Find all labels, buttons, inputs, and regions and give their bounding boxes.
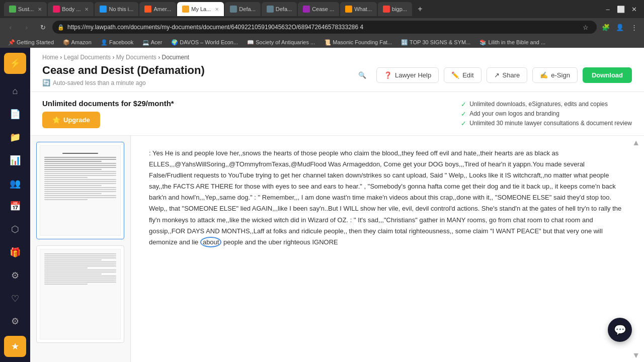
sidebar-icon-heart[interactable]: ♡ [4, 288, 26, 309]
bookmarks-bar: 📌 Getting Started 📦 Amazon 👤 Facebook 💻 … [0, 36, 644, 48]
browser-maximize[interactable]: ⬜ [615, 3, 627, 15]
thumbnail-page-1[interactable] [36, 142, 124, 239]
upgrade-feature-1: ✓ Unlimited downloads, eSignatures, edit… [461, 101, 632, 108]
tab-body[interactable]: Body ... ✕ [48, 2, 94, 16]
download-button[interactable]: Download [583, 67, 632, 83]
breadcrumb-current: Document [162, 54, 190, 61]
esign-icon: ✍ [540, 71, 548, 79]
upgrade-feature-2: ✓ Add your own logos and branding [461, 110, 632, 118]
document-actions: 🔍 ❓ Lawyer Help ✏️ Edit ↗ Share ✍ [353, 66, 632, 84]
upgrade-button[interactable]: ⭐ Upgrade [42, 112, 100, 128]
autosave-status: 🔄 Auto-saved less than a minute ago [42, 79, 205, 86]
new-tab-button[interactable]: + [413, 2, 427, 16]
tab-what[interactable]: What... [340, 2, 377, 16]
document-text-area[interactable]: : Yes He is and people love her,,snows t… [131, 136, 644, 362]
security-lock-icon: 🔒 [57, 24, 64, 31]
extensions-icon[interactable]: 🧩 [600, 21, 612, 33]
tab-close-active[interactable]: ✕ [215, 7, 219, 12]
tab-close-2[interactable]: ✕ [85, 7, 89, 12]
sidebar-icon-gift[interactable]: 🎁 [4, 242, 26, 263]
bookmark-getting-started[interactable]: 📌 Getting Started [4, 38, 58, 47]
bookmark-star-icon[interactable]: ☆ [580, 21, 592, 33]
profile-icon[interactable]: 👤 [614, 21, 626, 33]
sidebar-icon-chart[interactable]: 📊 [4, 150, 26, 171]
sidebar-icon-map[interactable]: ⬡ [4, 219, 26, 240]
brand-logo[interactable]: ⚡ [4, 53, 26, 74]
tab-cease[interactable]: Cease ... [298, 2, 339, 16]
bookmark-facebook[interactable]: 👤 Facebook [97, 38, 137, 47]
tab-bar: Sust... ✕ Body ... ✕ No this i... Amer..… [0, 0, 644, 18]
tab-defa2[interactable]: Defa... [262, 2, 297, 16]
bookmark-masonic[interactable]: 📜 Masonic Founding Fat... [320, 38, 396, 47]
bookmark-amazon[interactable]: 📦 Amazon [59, 38, 96, 47]
back-button[interactable]: ‹ [4, 21, 17, 34]
breadcrumb-my-docs[interactable]: My Documents [116, 54, 156, 61]
share-button[interactable]: ↗ Share [487, 67, 528, 83]
edit-icon: ✏️ [451, 71, 459, 79]
document-title: Cease and Desist (Defamation) [42, 64, 205, 77]
chat-support-button[interactable]: 💬 [608, 318, 632, 342]
tab-close-1[interactable]: ✕ [38, 7, 42, 12]
bookmark-antiquaries[interactable]: 📖 Society of Antiquaries ... [243, 38, 319, 47]
lawyer-help-icon: ❓ [384, 71, 392, 79]
tab-defa1[interactable]: Defa... [225, 2, 260, 16]
bookmark-acer[interactable]: 💻 Acer [138, 38, 166, 47]
browser-minimize[interactable]: – [602, 3, 614, 15]
highlighted-word: about [200, 237, 222, 247]
check-icon-3: ✓ [461, 120, 466, 127]
lawyer-help-button[interactable]: ❓ Lawyer Help [376, 67, 439, 83]
tab-bigp[interactable]: bigp... [378, 2, 412, 16]
document-area: : Yes He is and people love her,,snows t… [30, 136, 644, 362]
tab-amer[interactable]: Amer... [139, 2, 176, 16]
thumbnail-page-2[interactable] [36, 245, 124, 343]
bookmark-davos[interactable]: 🌍 DAVOS – World Econ... [167, 38, 242, 47]
upgrade-feature-3: ✓ Unlimited 30 minute lawyer consultatio… [461, 120, 632, 127]
check-icon-1: ✓ [461, 101, 466, 108]
navigation-bar: ‹ › ↻ 🔒 https://my.lawpath.com/documents… [0, 18, 644, 36]
browser-close[interactable]: ✕ [628, 3, 640, 15]
tab-sust[interactable]: Sust... ✕ [4, 2, 47, 16]
upgrade-features-list: ✓ Unlimited downloads, eSignatures, edit… [461, 101, 632, 127]
sidebar-icon-settings-bottom[interactable]: ⚙ [4, 311, 26, 332]
upgrade-star-icon: ⭐ [52, 116, 60, 124]
search-button[interactable]: 🔍 [353, 66, 371, 84]
url-bar[interactable]: 🔒 https://my.lawpath.com/documents/my-do… [52, 21, 597, 34]
sidebar-icon-home[interactable]: ⌂ [4, 81, 26, 102]
upgrade-title: Unlimited documents for $29/month* [42, 99, 174, 108]
bookmark-signs[interactable]: 🔣 TOP 30 SIGNS & SYM... [397, 38, 474, 47]
sidebar-icon-folder[interactable]: 📁 [4, 127, 26, 148]
tab-nothis[interactable]: No this i... [95, 2, 138, 16]
settings-icon[interactable]: ⋮ [628, 21, 640, 33]
scroll-down-indicator[interactable]: ▼ [632, 348, 640, 362]
sidebar-icon-settings-top[interactable]: ⚙ [4, 265, 26, 286]
bookmark-lilith[interactable]: 📚 Lilith in the Bible and ... [475, 38, 549, 47]
breadcrumb-home[interactable]: Home [42, 54, 58, 61]
url-text: https://my.lawpath.com/documents/my-docu… [67, 24, 577, 31]
browser-nav-icons: 🧩 👤 ⋮ [600, 21, 640, 33]
upgrade-banner: Unlimited documents for $29/month* ⭐ Upg… [30, 92, 644, 136]
breadcrumb-legal[interactable]: Legal Documents [64, 54, 111, 61]
sidebar-icon-star[interactable]: ★ [4, 336, 26, 357]
forward-button[interactable]: › [20, 21, 33, 34]
check-icon-2: ✓ [461, 110, 466, 118]
scroll-up-indicator[interactable]: ▲ [632, 136, 640, 149]
tab-mylaw[interactable]: My La... ✕ [177, 2, 224, 16]
breadcrumb: Home › Legal Documents › My Documents › … [42, 54, 632, 61]
document-content: : Yes He is and people love her,,snows t… [149, 148, 626, 248]
reload-button[interactable]: ↻ [36, 21, 49, 34]
edit-button[interactable]: ✏️ Edit [444, 67, 481, 83]
sidebar-navigation: ⚡ ⌂ 📄 📁 📊 👥 📅 ⬡ 🎁 ⚙ ♡ ⚙ ★ [0, 48, 30, 362]
esign-button[interactable]: ✍ e-Sign [532, 67, 578, 83]
sidebar-icon-calendar[interactable]: 📅 [4, 196, 26, 217]
chat-icon: 💬 [614, 324, 626, 336]
share-icon: ↗ [494, 71, 500, 79]
document-header: Home › Legal Documents › My Documents › … [30, 48, 644, 92]
thumbnail-panel [30, 136, 131, 362]
sidebar-icon-docs[interactable]: 📄 [4, 104, 26, 125]
sidebar-icon-people[interactable]: 👥 [4, 173, 26, 194]
autosave-icon: 🔄 [42, 79, 50, 86]
